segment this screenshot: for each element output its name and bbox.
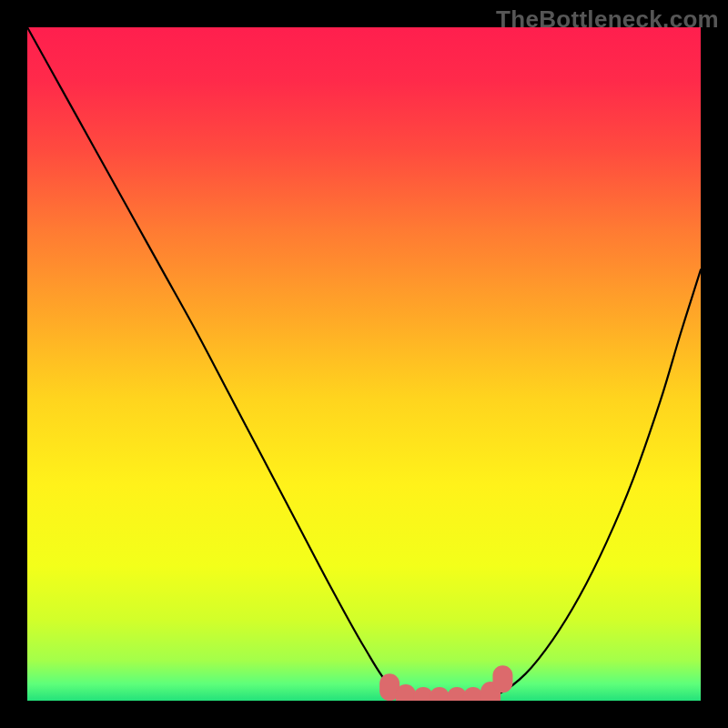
watermark-text: TheBottleneck.com — [496, 5, 719, 34]
plot-area — [27, 27, 701, 701]
chart-frame: TheBottleneck.com — [0, 0, 728, 728]
chart-svg — [27, 27, 701, 701]
flat-region-marker — [492, 665, 512, 693]
gradient-rect — [27, 27, 701, 701]
